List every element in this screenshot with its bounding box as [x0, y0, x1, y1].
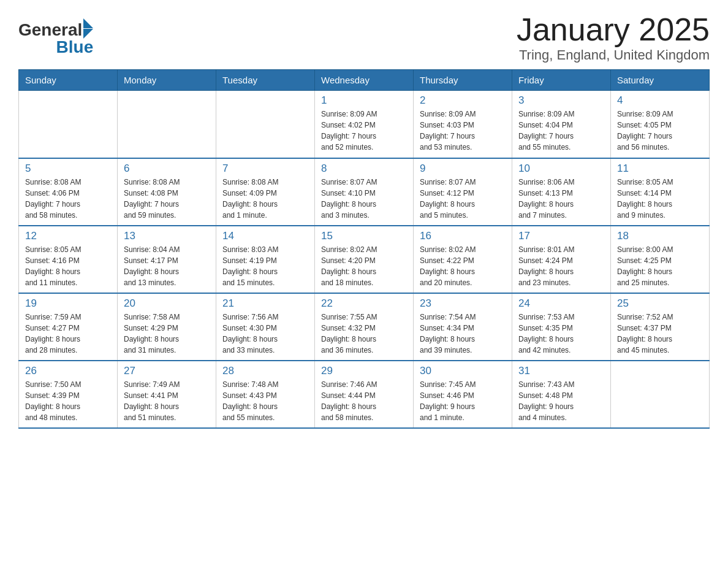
day-number: 4: [617, 94, 703, 107]
calendar-cell: 15Sunrise: 8:02 AM Sunset: 4:20 PM Dayli…: [315, 226, 414, 293]
calendar-cell: 28Sunrise: 7:48 AM Sunset: 4:43 PM Dayli…: [216, 361, 315, 428]
calendar-cell: 13Sunrise: 8:04 AM Sunset: 4:17 PM Dayli…: [118, 226, 216, 293]
day-info: Sunrise: 8:04 AM Sunset: 4:17 PM Dayligh…: [124, 244, 210, 288]
day-number: 31: [518, 365, 604, 377]
day-info: Sunrise: 7:52 AM Sunset: 4:37 PM Dayligh…: [617, 312, 703, 356]
day-number: 8: [321, 163, 407, 175]
day-number: 18: [617, 230, 703, 242]
calendar-cell: 1Sunrise: 8:09 AM Sunset: 4:02 PM Daylig…: [315, 91, 414, 158]
day-number: 10: [518, 163, 604, 175]
day-number: 1: [321, 94, 407, 107]
calendar-cell: 3Sunrise: 8:09 AM Sunset: 4:04 PM Daylig…: [512, 91, 611, 158]
day-info: Sunrise: 8:09 AM Sunset: 4:02 PM Dayligh…: [321, 109, 407, 153]
day-info: Sunrise: 7:54 AM Sunset: 4:34 PM Dayligh…: [420, 312, 506, 356]
day-number: 19: [25, 297, 111, 310]
day-number: 2: [420, 94, 506, 107]
day-info: Sunrise: 8:08 AM Sunset: 4:06 PM Dayligh…: [25, 177, 111, 221]
day-info: Sunrise: 8:05 AM Sunset: 4:16 PM Dayligh…: [25, 244, 111, 288]
day-info: Sunrise: 7:45 AM Sunset: 4:46 PM Dayligh…: [420, 379, 506, 423]
week-row-4: 19Sunrise: 7:59 AM Sunset: 4:27 PM Dayli…: [19, 293, 710, 361]
logo-text-general: General: [18, 21, 82, 39]
page-subtitle: Tring, England, United Kingdom: [517, 47, 710, 63]
calendar-cell: 27Sunrise: 7:49 AM Sunset: 4:41 PM Dayli…: [118, 361, 216, 428]
calendar-cell: 12Sunrise: 8:05 AM Sunset: 4:16 PM Dayli…: [19, 226, 118, 293]
day-info: Sunrise: 7:46 AM Sunset: 4:44 PM Dayligh…: [321, 379, 407, 423]
day-info: Sunrise: 8:07 AM Sunset: 4:10 PM Dayligh…: [321, 177, 407, 221]
logo: General Blue: [18, 18, 93, 56]
calendar-cell: 2Sunrise: 8:09 AM Sunset: 4:03 PM Daylig…: [414, 91, 512, 158]
calendar-cell: 20Sunrise: 7:58 AM Sunset: 4:29 PM Dayli…: [118, 293, 216, 361]
day-number: 11: [617, 163, 703, 175]
week-row-5: 26Sunrise: 7:50 AM Sunset: 4:39 PM Dayli…: [19, 361, 710, 428]
calendar-cell: 4Sunrise: 8:09 AM Sunset: 4:05 PM Daylig…: [611, 91, 710, 158]
title-area: January 2025 Tring, England, United King…: [517, 12, 710, 63]
day-number: 25: [617, 297, 703, 310]
calendar-cell: 19Sunrise: 7:59 AM Sunset: 4:27 PM Dayli…: [19, 293, 118, 361]
page-title: January 2025: [517, 12, 710, 47]
calendar-cell: 11Sunrise: 8:05 AM Sunset: 4:14 PM Dayli…: [611, 158, 710, 226]
calendar-cell: 23Sunrise: 7:54 AM Sunset: 4:34 PM Dayli…: [414, 293, 512, 361]
day-info: Sunrise: 8:09 AM Sunset: 4:04 PM Dayligh…: [518, 109, 604, 153]
header-saturday: Saturday: [611, 70, 710, 91]
calendar-cell: 10Sunrise: 8:06 AM Sunset: 4:13 PM Dayli…: [512, 158, 611, 226]
day-info: Sunrise: 7:53 AM Sunset: 4:35 PM Dayligh…: [518, 312, 604, 356]
day-info: Sunrise: 8:02 AM Sunset: 4:22 PM Dayligh…: [420, 244, 506, 288]
day-info: Sunrise: 7:43 AM Sunset: 4:48 PM Dayligh…: [518, 379, 604, 423]
day-info: Sunrise: 8:07 AM Sunset: 4:12 PM Dayligh…: [420, 177, 506, 221]
day-info: Sunrise: 7:55 AM Sunset: 4:32 PM Dayligh…: [321, 312, 407, 356]
calendar-cell: 22Sunrise: 7:55 AM Sunset: 4:32 PM Dayli…: [315, 293, 414, 361]
header-sunday: Sunday: [19, 70, 118, 91]
calendar-cell: 9Sunrise: 8:07 AM Sunset: 4:12 PM Daylig…: [414, 158, 512, 226]
calendar-cell: 7Sunrise: 8:08 AM Sunset: 4:09 PM Daylig…: [216, 158, 315, 226]
day-info: Sunrise: 8:02 AM Sunset: 4:20 PM Dayligh…: [321, 244, 407, 288]
week-row-2: 5Sunrise: 8:08 AM Sunset: 4:06 PM Daylig…: [19, 158, 710, 226]
day-number: 3: [518, 94, 604, 107]
header-wednesday: Wednesday: [315, 70, 414, 91]
day-info: Sunrise: 7:59 AM Sunset: 4:27 PM Dayligh…: [25, 312, 111, 356]
day-number: 30: [420, 365, 506, 377]
week-row-1: 1Sunrise: 8:09 AM Sunset: 4:02 PM Daylig…: [19, 91, 710, 158]
day-info: Sunrise: 8:09 AM Sunset: 4:05 PM Dayligh…: [617, 109, 703, 153]
day-number: 27: [124, 365, 210, 377]
calendar-cell: 6Sunrise: 8:08 AM Sunset: 4:08 PM Daylig…: [118, 158, 216, 226]
header-monday: Monday: [118, 70, 216, 91]
day-info: Sunrise: 8:00 AM Sunset: 4:25 PM Dayligh…: [617, 244, 703, 288]
calendar-cell: [118, 91, 216, 158]
day-info: Sunrise: 8:03 AM Sunset: 4:19 PM Dayligh…: [222, 244, 308, 288]
calendar-cell: 14Sunrise: 8:03 AM Sunset: 4:19 PM Dayli…: [216, 226, 315, 293]
day-number: 14: [222, 230, 308, 242]
calendar-cell: 5Sunrise: 8:08 AM Sunset: 4:06 PM Daylig…: [19, 158, 118, 226]
day-number: 17: [518, 230, 604, 242]
day-number: 21: [222, 297, 308, 310]
day-number: 16: [420, 230, 506, 242]
calendar-cell: 17Sunrise: 8:01 AM Sunset: 4:24 PM Dayli…: [512, 226, 611, 293]
day-number: 23: [420, 297, 506, 310]
calendar-cell: [611, 361, 710, 428]
day-number: 12: [25, 230, 111, 242]
day-number: 15: [321, 230, 407, 242]
day-number: 24: [518, 297, 604, 310]
day-number: 6: [124, 163, 210, 175]
calendar-cell: 31Sunrise: 7:43 AM Sunset: 4:48 PM Dayli…: [512, 361, 611, 428]
calendar-cell: 18Sunrise: 8:00 AM Sunset: 4:25 PM Dayli…: [611, 226, 710, 293]
page-header: General Blue January 2025 Tring, England…: [18, 12, 710, 63]
day-number: 9: [420, 163, 506, 175]
day-number: 5: [25, 163, 111, 175]
calendar-cell: [216, 91, 315, 158]
day-number: 22: [321, 297, 407, 310]
day-info: Sunrise: 7:58 AM Sunset: 4:29 PM Dayligh…: [124, 312, 210, 356]
day-number: 7: [222, 163, 308, 175]
calendar-cell: 26Sunrise: 7:50 AM Sunset: 4:39 PM Dayli…: [19, 361, 118, 428]
header-friday: Friday: [512, 70, 611, 91]
day-info: Sunrise: 8:06 AM Sunset: 4:13 PM Dayligh…: [518, 177, 604, 221]
day-info: Sunrise: 7:49 AM Sunset: 4:41 PM Dayligh…: [124, 379, 210, 423]
calendar-cell: 24Sunrise: 7:53 AM Sunset: 4:35 PM Dayli…: [512, 293, 611, 361]
calendar-table: SundayMondayTuesdayWednesdayThursdayFrid…: [18, 69, 710, 429]
day-info: Sunrise: 8:01 AM Sunset: 4:24 PM Dayligh…: [518, 244, 604, 288]
day-number: 20: [124, 297, 210, 310]
header-tuesday: Tuesday: [216, 70, 315, 91]
day-info: Sunrise: 8:09 AM Sunset: 4:03 PM Dayligh…: [420, 109, 506, 153]
day-info: Sunrise: 8:08 AM Sunset: 4:09 PM Dayligh…: [222, 177, 308, 221]
calendar-cell: 21Sunrise: 7:56 AM Sunset: 4:30 PM Dayli…: [216, 293, 315, 361]
day-info: Sunrise: 8:05 AM Sunset: 4:14 PM Dayligh…: [617, 177, 703, 221]
